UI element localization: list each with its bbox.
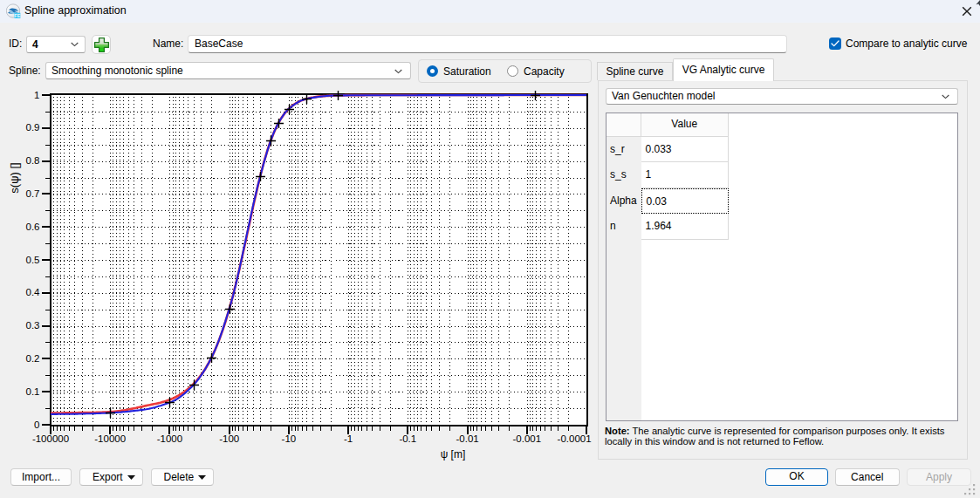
svg-text:0.9: 0.9	[26, 122, 40, 133]
svg-text:-1000: -1000	[157, 433, 182, 444]
svg-text:0.3: 0.3	[26, 320, 40, 331]
svg-text:-1: -1	[344, 433, 353, 444]
svg-text:FE: FE	[14, 13, 20, 18]
svg-text:0.4: 0.4	[26, 287, 41, 297]
svg-text:0.6: 0.6	[26, 222, 40, 232]
svg-text:0.5: 0.5	[26, 255, 40, 265]
svg-text:-100: -100	[219, 433, 239, 444]
svg-text:0.8: 0.8	[26, 155, 40, 166]
svg-text:0: 0	[34, 420, 39, 430]
svg-text:-100000: -100000	[32, 433, 69, 444]
svg-text:-10: -10	[282, 433, 297, 444]
svg-text:0.2: 0.2	[26, 353, 40, 364]
svg-text:-0.1: -0.1	[399, 433, 416, 444]
svg-text:1: 1	[34, 90, 39, 100]
svg-text:0.7: 0.7	[26, 188, 40, 199]
svg-text:ψ [m]: ψ [m]	[441, 448, 466, 460]
svg-text:s(ψ) []: s(ψ) []	[8, 162, 21, 193]
svg-text:-0.01: -0.01	[456, 433, 478, 444]
svg-text:-0.001: -0.001	[512, 433, 541, 444]
svg-text:-0.0001: -0.0001	[558, 433, 592, 444]
svg-text:0.1: 0.1	[26, 386, 40, 397]
svg-text:-10000: -10000	[94, 433, 126, 444]
